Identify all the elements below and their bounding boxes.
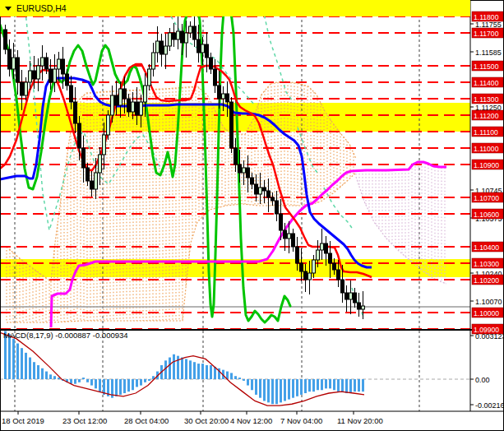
symbol-title: EURUSD,H4 — [16, 3, 67, 13]
candle-body — [25, 82, 28, 95]
candle-body — [284, 230, 287, 239]
candle-body — [304, 271, 307, 280]
candle-body — [362, 306, 365, 309]
candle-body — [345, 293, 349, 299]
macd-histogram-bar — [115, 379, 118, 396]
candle-body — [267, 191, 270, 197]
macd-histogram-bar — [29, 358, 31, 379]
candle-body — [255, 184, 258, 194]
candle-body — [70, 86, 73, 102]
macd-histogram-bar — [243, 379, 245, 381]
price-badge-label: 1.11200 — [474, 112, 499, 120]
macd-histogram-bar — [337, 379, 340, 392]
candle-body — [53, 69, 57, 82]
candle-body — [99, 155, 102, 173]
candle-body — [49, 69, 53, 82]
macd-histogram-bar — [99, 379, 101, 392]
candle-body — [230, 102, 234, 148]
chart-canvas[interactable]: MACD(8,17,9) -0.000887 -0.000934 1.11755… — [0, 0, 504, 431]
time-label: 4 Nov 12:00 — [230, 416, 272, 425]
macd-histogram-bar — [148, 379, 150, 381]
candle-body — [16, 58, 20, 82]
candle-body — [86, 168, 90, 181]
macd-histogram-bar — [173, 355, 175, 379]
candle-body — [164, 46, 168, 54]
time-label: 11 Nov 20:00 — [337, 416, 383, 425]
candle-body — [8, 49, 12, 69]
macd-histogram-bar — [271, 379, 274, 404]
macd-histogram-bar — [136, 379, 138, 387]
candle-body — [173, 33, 176, 39]
price-badge-label: 1.11100 — [474, 128, 498, 137]
macd-histogram-bar — [45, 372, 48, 379]
candle-body — [218, 86, 221, 99]
macd-histogram-bar — [230, 373, 233, 379]
candle-body — [37, 66, 40, 79]
candle-body — [214, 69, 217, 86]
price-badge-label: 1.11800 — [474, 13, 499, 21]
price-badge-label: 1.10700 — [474, 194, 499, 202]
macd-histogram-bar — [53, 376, 56, 379]
candle-body — [312, 260, 316, 273]
price-badge-label: 1.10200 — [474, 276, 499, 285]
macd-histogram-bar — [263, 379, 266, 401]
candle-body — [300, 263, 303, 271]
macd-histogram-bar — [86, 379, 89, 382]
candle-body — [275, 201, 279, 214]
macd-histogram-bar — [354, 379, 356, 392]
macd-histogram-bar — [201, 364, 204, 379]
candle-body — [337, 270, 340, 280]
scale-tick-label: 1.10070 — [475, 298, 502, 306]
macd-histogram-bar — [238, 378, 241, 379]
candle-body — [107, 115, 110, 135]
macd-histogram-bar — [78, 379, 81, 382]
macd-histogram-bar — [197, 364, 200, 379]
price-badge-label: 1.11700 — [474, 30, 499, 38]
candle-body — [189, 26, 192, 33]
macd-histogram-bar — [312, 379, 315, 392]
macd-histogram-bar — [345, 379, 348, 393]
macd-histogram-bar — [251, 379, 253, 390]
candle-body — [238, 165, 242, 173]
macd-histogram-bar — [349, 379, 352, 393]
candle-body — [62, 59, 65, 74]
macd-histogram-bar — [193, 362, 196, 379]
macd-histogram-bar — [8, 334, 11, 379]
candle-body — [296, 247, 299, 263]
candle-body — [12, 58, 16, 69]
macd-histogram-bar — [82, 378, 85, 379]
candle-body — [132, 102, 135, 112]
macd-histogram-bar — [49, 374, 52, 379]
macd-histogram-bar — [329, 379, 331, 388]
candle-body — [66, 74, 69, 86]
macd-histogram-bar — [308, 379, 311, 392]
time-label: 23 Oct 12:00 — [62, 416, 107, 425]
macd-histogram-bar — [333, 379, 335, 390]
candle-body — [354, 293, 357, 303]
macd-histogram-bar — [321, 379, 323, 390]
candle-body — [329, 253, 332, 263]
candle-body — [45, 58, 49, 69]
macd-histogram-bar — [90, 379, 93, 386]
candle-body — [234, 148, 238, 165]
macd-histogram-bar — [189, 360, 192, 379]
macd-histogram-bar — [41, 368, 44, 379]
scale-tick-label: 1.11585 — [475, 49, 502, 57]
candle-body — [308, 273, 312, 280]
price-badge-label: 1.11400 — [474, 79, 499, 87]
candle-body — [148, 69, 151, 86]
candle-body — [144, 86, 147, 102]
candle-body — [185, 33, 188, 43]
macd-histogram-bar — [284, 379, 286, 401]
time-label: 28 Oct 04:00 — [124, 416, 169, 425]
macd-label: MACD(8,17,9) -0.000887 -0.000934 — [3, 331, 128, 340]
candle-body — [321, 243, 324, 250]
candle-body — [341, 280, 344, 293]
macd-scale-label: 0.003123 — [475, 332, 504, 341]
candle-body — [325, 243, 328, 253]
macd-histogram-bar — [132, 379, 134, 390]
candle-body — [259, 188, 262, 194]
time-label: 18 Oct 2019 — [2, 416, 44, 425]
candle-body — [33, 71, 36, 79]
price-badge-label: 1.10300 — [474, 260, 499, 268]
